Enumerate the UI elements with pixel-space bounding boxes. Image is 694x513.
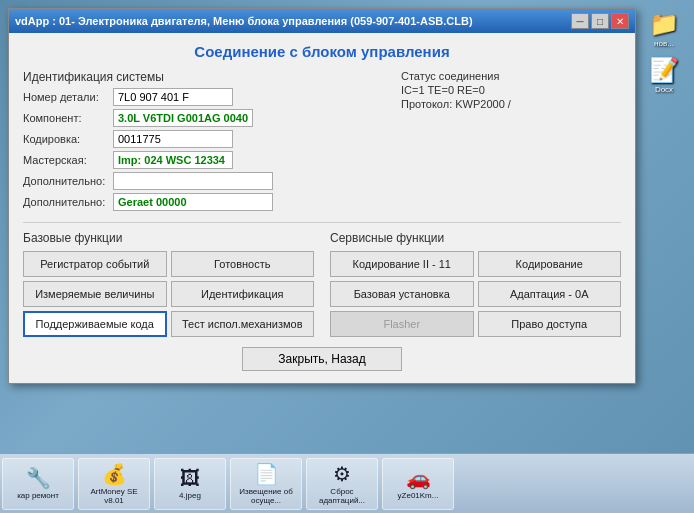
yze-icon: 🚗	[406, 466, 431, 490]
taskbar: 🔧 кар ремонт 💰 ArtMoney SEv8.01 🖼 4.jpeg…	[0, 453, 694, 513]
field-row-4: Дополнительно:	[23, 172, 385, 190]
artmoney-icon: 💰	[102, 462, 127, 486]
jpeg-icon: 🖼	[180, 467, 200, 490]
taskbar-label-sbros: Сброс адаптаций...	[309, 488, 375, 506]
pdf-icon: 📄	[254, 462, 279, 486]
field-value-4	[113, 172, 273, 190]
sbros-icon: ⚙	[333, 462, 351, 486]
title-controls: ─ □ ✕	[571, 13, 629, 29]
taskbar-item-yze[interactable]: 🚗 yZe01Km...	[382, 458, 454, 510]
btn-coding-ii[interactable]: Кодирование II - 11	[330, 251, 474, 277]
taskbar-item-kar[interactable]: 🔧 кар ремонт	[2, 458, 74, 510]
btn-test-mechanisms[interactable]: Тест испол.механизмов	[171, 311, 315, 337]
close-back-button[interactable]: Закрыть, Назад	[242, 347, 402, 371]
status-protocol: Протокол: KWP2000 /	[401, 98, 621, 110]
taskbar-label-artmoney: ArtMoney SEv8.01	[90, 488, 137, 506]
base-functions-buttons: Регистратор событий Готовность Измеряемы…	[23, 251, 314, 337]
service-functions-title: Сервисные функции	[330, 231, 621, 245]
taskbar-label-yze: yZe01Km...	[398, 492, 439, 501]
close-window-button[interactable]: ✕	[611, 13, 629, 29]
desktop-icon-2[interactable]: 📝 Docx	[644, 56, 684, 94]
taskbar-item-artmoney[interactable]: 💰 ArtMoney SEv8.01	[78, 458, 150, 510]
btn-base-setup[interactable]: Базовая установка	[330, 281, 474, 307]
field-value-1: 3.0L V6TDI G001AG 0040	[113, 109, 253, 127]
main-window: vdApp : 01- Электроника двигателя, Меню …	[8, 8, 636, 384]
btn-measured-values[interactable]: Измеряемые величины	[23, 281, 167, 307]
title-bar: vdApp : 01- Электроника двигателя, Меню …	[9, 9, 635, 33]
footer-section: Закрыть, Назад	[23, 347, 621, 371]
kar-icon: 🔧	[26, 466, 51, 490]
taskbar-label-pdf: Извещение об осуще...	[233, 488, 299, 506]
top-section: Идентификация системы Номер детали: 7L0 …	[23, 70, 621, 214]
field-row-1: Компонент: 3.0L V6TDI G001AG 0040	[23, 109, 385, 127]
field-row-5: Дополнительно: Geraet 00000	[23, 193, 385, 211]
field-label-0: Номер детали:	[23, 91, 113, 103]
taskbar-item-sbros[interactable]: ⚙ Сброс адаптаций...	[306, 458, 378, 510]
desktop-icons: 📁 нов... 📝 Docx	[644, 10, 684, 94]
taskbar-label-jpeg: 4.jpeg	[179, 492, 201, 501]
field-label-5: Дополнительно:	[23, 196, 113, 208]
connection-title: Соединение с блоком управления	[23, 43, 621, 60]
btn-adaptation[interactable]: Адаптация - 0A	[478, 281, 622, 307]
taskbar-item-pdf[interactable]: 📄 Извещение об осуще...	[230, 458, 302, 510]
field-label-1: Компонент:	[23, 112, 113, 124]
window-title: vdApp : 01- Электроника двигателя, Меню …	[15, 15, 473, 27]
btn-flasher: Flasher	[330, 311, 474, 337]
service-functions-buttons: Кодирование II - 11 Кодирование Базовая …	[330, 251, 621, 337]
base-functions-title: Базовые функции	[23, 231, 314, 245]
status-values: IC=1 TE=0 RE=0	[401, 84, 621, 96]
status-section: Статус соединения IC=1 TE=0 RE=0 Протоко…	[401, 70, 621, 214]
field-label-2: Кодировка:	[23, 133, 113, 145]
separator	[23, 222, 621, 223]
maximize-button[interactable]: □	[591, 13, 609, 29]
btn-identification[interactable]: Идентификация	[171, 281, 315, 307]
field-label-4: Дополнительно:	[23, 175, 113, 187]
btn-event-log[interactable]: Регистратор событий	[23, 251, 167, 277]
field-value-3: Imp: 024 WSC 12334	[113, 151, 233, 169]
minimize-button[interactable]: ─	[571, 13, 589, 29]
field-label-3: Мастерская:	[23, 154, 113, 166]
status-title: Статус соединения	[401, 70, 621, 82]
functions-area: Базовые функции Регистратор событий Гото…	[23, 231, 621, 337]
field-row-3: Мастерская: Imp: 024 WSC 12334	[23, 151, 385, 169]
base-functions-section: Базовые функции Регистратор событий Гото…	[23, 231, 314, 337]
sys-id-header: Идентификация системы	[23, 70, 385, 84]
btn-coding[interactable]: Кодирование	[478, 251, 622, 277]
field-value-5: Geraet 00000	[113, 193, 273, 211]
taskbar-item-jpeg[interactable]: 🖼 4.jpeg	[154, 458, 226, 510]
field-row-0: Номер детали: 7L0 907 401 F	[23, 88, 385, 106]
field-value-0: 7L0 907 401 F	[113, 88, 233, 106]
service-functions-section: Сервисные функции Кодирование II - 11 Ко…	[330, 231, 621, 337]
btn-access-rights[interactable]: Право доступа	[478, 311, 622, 337]
sys-id-section: Идентификация системы Номер детали: 7L0 …	[23, 70, 385, 214]
desktop-icon-1[interactable]: 📁 нов...	[644, 10, 684, 48]
btn-supported-codes[interactable]: Поддерживаемые кода	[23, 311, 167, 337]
window-content: Соединение с блоком управления Идентифик…	[9, 33, 635, 383]
field-row-2: Кодировка: 0011775	[23, 130, 385, 148]
field-value-2: 0011775	[113, 130, 233, 148]
taskbar-label-kar: кар ремонт	[17, 492, 59, 501]
btn-ready[interactable]: Готовность	[171, 251, 315, 277]
